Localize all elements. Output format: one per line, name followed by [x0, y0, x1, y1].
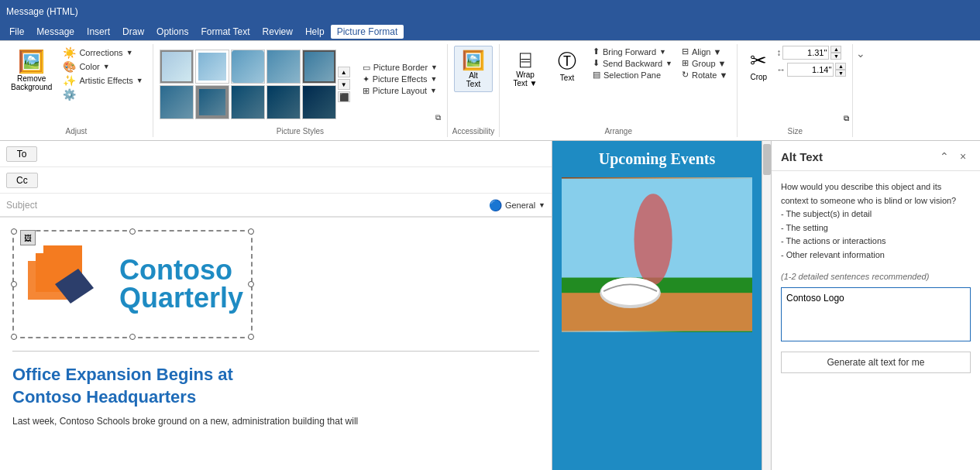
- gallery-scroll-more[interactable]: ⬛: [338, 91, 350, 102]
- adjust-small-buttons: ☀️ Corrections ▼ 🎨 Color ▼ ✨ Artistic Ef…: [60, 46, 146, 112]
- picture-effects-icon: ✦: [363, 74, 370, 84]
- menu-picture-format[interactable]: Picture Format: [331, 25, 404, 39]
- selection-pane-button[interactable]: ▤ Selection Pane: [590, 69, 676, 81]
- corrections-icon: ☀️: [63, 46, 76, 59]
- ribbon-collapse[interactable]: ⌄: [853, 44, 868, 137]
- adjust-more-icon: ⚙️: [63, 88, 76, 101]
- adjust-more-button[interactable]: ⚙️: [60, 87, 146, 101]
- alt-text-panel: Alt Text ⌃ × How would you describe this…: [771, 141, 980, 470]
- menu-message[interactable]: Message: [30, 25, 81, 39]
- alt-text-button[interactable]: 🖼️ AltText: [454, 46, 493, 92]
- alt-text-hint: (1-2 detailed sentences recommended): [781, 272, 971, 281]
- gallery-item-7[interactable]: [195, 85, 229, 119]
- picture-layout-button[interactable]: ⊞ Picture Layout ▼: [359, 85, 441, 97]
- gallery-item-9[interactable]: [266, 85, 301, 119]
- to-button[interactable]: To: [6, 146, 37, 162]
- arrange-content: ⌸ WrapText ▼ Ⓣ Text ⬆ Bring Forward ▼: [506, 46, 731, 136]
- scroll-bar[interactable]: [762, 141, 771, 470]
- gallery-item-10[interactable]: [302, 85, 336, 119]
- artistic-effects-button[interactable]: ✨ Artistic Effects ▼: [60, 74, 146, 87]
- remove-background-label: RemoveBackground: [11, 74, 52, 91]
- handle-bottom-middle[interactable]: [129, 334, 136, 340]
- gallery-item-6[interactable]: [160, 85, 194, 119]
- artistic-effects-arrow: ▼: [136, 77, 143, 84]
- shield-icon: 🔵: [489, 199, 502, 211]
- menu-insert[interactable]: Insert: [81, 25, 116, 39]
- handle-bottom-right[interactable]: [248, 334, 254, 340]
- security-badge[interactable]: 🔵 General ▼: [489, 199, 545, 211]
- bring-forward-button[interactable]: ⬆ Bring Forward ▼: [590, 46, 676, 57]
- remove-background-button[interactable]: 🖼️ RemoveBackground: [6, 46, 57, 94]
- height-down[interactable]: ▼: [830, 53, 841, 60]
- wrap-text-button[interactable]: ⌸ WrapText ▼: [506, 46, 545, 91]
- height-input[interactable]: [782, 46, 829, 60]
- handle-middle-right[interactable]: [248, 281, 254, 287]
- artistic-effects-label: Artistic Effects: [79, 76, 132, 85]
- width-up[interactable]: ▲: [835, 63, 846, 70]
- accessibility-label: Accessibility: [452, 127, 494, 136]
- gallery-scroll-up[interactable]: ▲: [338, 67, 350, 77]
- gallery-scroll-down[interactable]: ▼: [338, 79, 350, 90]
- ribbon-group-picture-styles: ▲ ▼ ⬛ ▭ Picture Border ▼ ✦ Picture Effec…: [153, 44, 448, 137]
- menu-format-text[interactable]: Format Text: [194, 25, 256, 39]
- height-up[interactable]: ▲: [830, 46, 841, 53]
- width-icon: ↔: [776, 64, 786, 75]
- gallery-item-1[interactable]: [160, 50, 194, 84]
- gallery-item-5[interactable]: [302, 50, 336, 84]
- gallery-item-8[interactable]: [231, 85, 265, 119]
- cc-input[interactable]: [44, 175, 545, 186]
- align-button[interactable]: ⊟ Align ▼: [679, 46, 731, 57]
- handle-top-left[interactable]: [11, 228, 17, 235]
- color-button[interactable]: 🎨 Color ▼: [60, 60, 146, 74]
- width-down[interactable]: ▼: [835, 70, 846, 77]
- color-arrow: ▼: [103, 63, 110, 70]
- cc-button[interactable]: Cc: [6, 173, 38, 188]
- bring-forward-arrow: ▼: [659, 48, 666, 56]
- menu-draw[interactable]: Draw: [116, 25, 150, 39]
- subject-placeholder: Subject: [6, 200, 489, 211]
- security-label: General: [505, 201, 535, 210]
- height-row: ↕ ▲ ▼: [776, 46, 846, 60]
- width-input[interactable]: [787, 63, 834, 77]
- picture-effects-button[interactable]: ✦ Picture Effects ▼: [359, 74, 441, 85]
- size-format-launcher[interactable]: ⧉: [844, 114, 849, 123]
- alt-text-body: How would you describe this object and i…: [772, 171, 980, 470]
- scroll-thumb[interactable]: [763, 144, 771, 175]
- gallery-item-2[interactable]: [195, 50, 229, 84]
- gallery-scroll: ▲ ▼ ⬛: [338, 67, 350, 102]
- alt-text-label: AltText: [466, 71, 480, 88]
- group-button[interactable]: ⊞ Group ▼: [679, 57, 731, 69]
- crop-button[interactable]: ✂ Crop: [744, 46, 773, 94]
- handle-middle-left[interactable]: [11, 281, 17, 287]
- alt-text-close-button[interactable]: ×: [955, 149, 971, 164]
- gallery-item-4[interactable]: [266, 50, 301, 84]
- text-label: Text: [560, 74, 574, 82]
- format-picture-button[interactable]: ⧉: [432, 112, 444, 123]
- alt-text-textarea[interactable]: Contoso Logo: [781, 287, 971, 341]
- handle-top-middle[interactable]: [129, 228, 136, 235]
- text-button[interactable]: Ⓣ Text: [548, 46, 586, 85]
- picture-layout-icon: ⊞: [363, 86, 370, 96]
- corrections-button[interactable]: ☀️ Corrections ▼: [60, 46, 146, 60]
- arrange-small-buttons: ⬆ Bring Forward ▼ ⬇ Send Backward ▼ ▤ Se…: [590, 46, 676, 91]
- article-body: Last week, Contoso Schools broke ground …: [12, 414, 539, 428]
- gallery-item-3[interactable]: [231, 50, 265, 84]
- menu-help[interactable]: Help: [299, 25, 331, 39]
- send-backward-button[interactable]: ⬇ Send Backward ▼: [590, 57, 676, 69]
- logo-container[interactable]: 🖼: [12, 230, 253, 338]
- svg-point-10: [601, 278, 659, 305]
- menu-review[interactable]: Review: [256, 25, 299, 39]
- logo-quarterly-text: Quarterly: [119, 284, 243, 312]
- menu-file[interactable]: File: [3, 25, 30, 39]
- menu-options[interactable]: Options: [150, 25, 194, 39]
- width-row: ↔ ▲ ▼: [776, 63, 846, 77]
- rotate-button[interactable]: ↻ Rotate ▼: [679, 69, 731, 81]
- to-input[interactable]: [43, 149, 545, 160]
- handle-bottom-left[interactable]: [11, 334, 17, 340]
- generate-alt-text-button[interactable]: Generate alt text for me: [781, 352, 971, 373]
- email-body[interactable]: 🖼: [0, 218, 552, 470]
- alt-text-collapse-button[interactable]: ⌃: [937, 149, 952, 164]
- handle-top-right[interactable]: [248, 228, 254, 235]
- content-divider: [12, 351, 539, 352]
- picture-border-button[interactable]: ▭ Picture Border ▼: [359, 62, 441, 74]
